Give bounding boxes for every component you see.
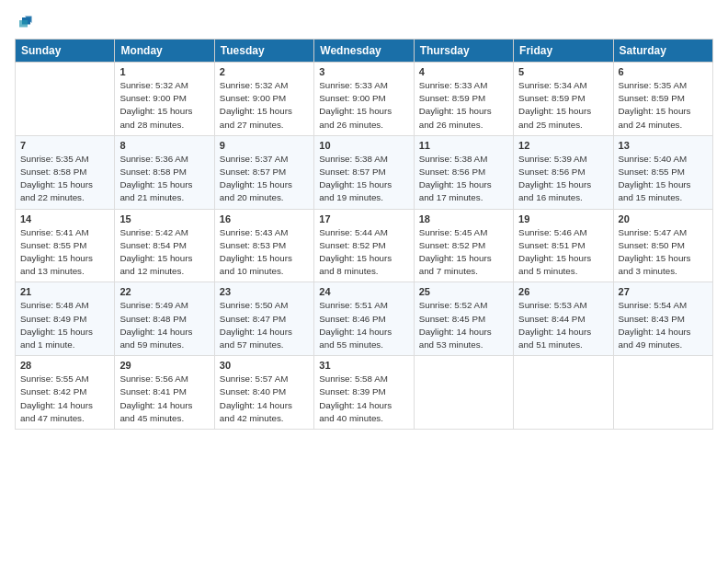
calendar-cell: 22Sunrise: 5:49 AM Sunset: 8:48 PM Dayli… bbox=[115, 282, 214, 356]
day-number: 8 bbox=[119, 140, 209, 151]
day-info: Sunrise: 5:52 AM Sunset: 8:45 PM Dayligh… bbox=[419, 299, 508, 351]
day-info: Sunrise: 5:53 AM Sunset: 8:44 PM Dayligh… bbox=[518, 299, 608, 351]
day-info: Sunrise: 5:48 AM Sunset: 8:49 PM Dayligh… bbox=[20, 299, 109, 351]
day-info: Sunrise: 5:38 AM Sunset: 8:56 PM Dayligh… bbox=[419, 153, 508, 205]
day-info: Sunrise: 5:36 AM Sunset: 8:58 PM Dayligh… bbox=[119, 153, 209, 205]
day-number: 9 bbox=[220, 140, 309, 151]
day-number: 19 bbox=[518, 213, 608, 224]
day-number: 10 bbox=[319, 140, 408, 151]
day-info: Sunrise: 5:54 AM Sunset: 8:43 PM Dayligh… bbox=[619, 299, 708, 351]
day-info: Sunrise: 5:46 AM Sunset: 8:51 PM Dayligh… bbox=[518, 226, 608, 279]
calendar-cell: 18Sunrise: 5:45 AM Sunset: 8:52 PM Dayli… bbox=[414, 209, 513, 282]
day-info: Sunrise: 5:39 AM Sunset: 8:56 PM Dayligh… bbox=[518, 153, 608, 205]
day-number: 11 bbox=[419, 140, 508, 151]
day-info: Sunrise: 5:50 AM Sunset: 8:47 PM Dayligh… bbox=[220, 299, 309, 351]
day-number: 3 bbox=[319, 66, 408, 77]
calendar-cell: 14Sunrise: 5:41 AM Sunset: 8:55 PM Dayli… bbox=[16, 209, 115, 282]
calendar-cell bbox=[16, 63, 115, 136]
calendar-header-wednesday: Wednesday bbox=[314, 40, 414, 63]
calendar-cell: 1Sunrise: 5:32 AM Sunset: 9:00 PM Daylig… bbox=[115, 63, 214, 136]
day-info: Sunrise: 5:32 AM Sunset: 9:00 PM Dayligh… bbox=[220, 79, 309, 132]
day-number: 12 bbox=[518, 140, 608, 151]
calendar-cell: 27Sunrise: 5:54 AM Sunset: 8:43 PM Dayli… bbox=[613, 282, 712, 356]
day-number: 20 bbox=[619, 213, 708, 224]
day-info: Sunrise: 5:51 AM Sunset: 8:46 PM Dayligh… bbox=[319, 299, 408, 351]
day-info: Sunrise: 5:55 AM Sunset: 8:42 PM Dayligh… bbox=[20, 373, 109, 425]
day-info: Sunrise: 5:37 AM Sunset: 8:57 PM Dayligh… bbox=[220, 153, 309, 205]
day-info: Sunrise: 5:33 AM Sunset: 8:59 PM Dayligh… bbox=[419, 79, 508, 132]
day-number: 2 bbox=[220, 66, 309, 77]
calendar-header-thursday: Thursday bbox=[414, 40, 513, 63]
day-number: 27 bbox=[619, 286, 708, 297]
day-info: Sunrise: 5:42 AM Sunset: 8:54 PM Dayligh… bbox=[119, 226, 209, 279]
day-number: 15 bbox=[119, 213, 209, 224]
day-number: 29 bbox=[119, 360, 209, 371]
day-number: 18 bbox=[419, 213, 508, 224]
calendar-cell: 8Sunrise: 5:36 AM Sunset: 8:58 PM Daylig… bbox=[115, 135, 214, 209]
calendar-header-tuesday: Tuesday bbox=[214, 40, 313, 63]
calendar-cell: 30Sunrise: 5:57 AM Sunset: 8:40 PM Dayli… bbox=[214, 356, 313, 430]
day-number: 1 bbox=[119, 66, 209, 77]
calendar-cell: 5Sunrise: 5:34 AM Sunset: 8:59 PM Daylig… bbox=[514, 63, 613, 136]
day-info: Sunrise: 5:41 AM Sunset: 8:55 PM Dayligh… bbox=[20, 226, 109, 279]
calendar-cell: 9Sunrise: 5:37 AM Sunset: 8:57 PM Daylig… bbox=[214, 135, 313, 209]
day-number: 5 bbox=[518, 66, 608, 77]
calendar-cell: 6Sunrise: 5:35 AM Sunset: 8:59 PM Daylig… bbox=[613, 63, 712, 136]
day-number: 13 bbox=[619, 140, 708, 151]
day-info: Sunrise: 5:49 AM Sunset: 8:48 PM Dayligh… bbox=[119, 299, 209, 351]
day-info: Sunrise: 5:56 AM Sunset: 8:41 PM Dayligh… bbox=[119, 373, 209, 425]
calendar-cell: 26Sunrise: 5:53 AM Sunset: 8:44 PM Dayli… bbox=[514, 282, 613, 356]
calendar-cell: 13Sunrise: 5:40 AM Sunset: 8:55 PM Dayli… bbox=[613, 135, 712, 209]
calendar-week-row: 28Sunrise: 5:55 AM Sunset: 8:42 PM Dayli… bbox=[16, 356, 713, 430]
day-number: 22 bbox=[119, 286, 209, 297]
day-info: Sunrise: 5:35 AM Sunset: 8:59 PM Dayligh… bbox=[619, 79, 708, 132]
day-info: Sunrise: 5:32 AM Sunset: 9:00 PM Dayligh… bbox=[119, 79, 209, 132]
day-number: 17 bbox=[319, 213, 408, 224]
logo-icon bbox=[17, 15, 33, 31]
day-info: Sunrise: 5:34 AM Sunset: 8:59 PM Dayligh… bbox=[518, 79, 608, 132]
calendar-header-saturday: Saturday bbox=[613, 40, 712, 63]
calendar-cell: 7Sunrise: 5:35 AM Sunset: 8:58 PM Daylig… bbox=[16, 135, 115, 209]
calendar-cell: 12Sunrise: 5:39 AM Sunset: 8:56 PM Dayli… bbox=[514, 135, 613, 209]
day-info: Sunrise: 5:35 AM Sunset: 8:58 PM Dayligh… bbox=[20, 153, 109, 205]
calendar-cell: 24Sunrise: 5:51 AM Sunset: 8:46 PM Dayli… bbox=[314, 282, 414, 356]
calendar-cell: 29Sunrise: 5:56 AM Sunset: 8:41 PM Dayli… bbox=[115, 356, 214, 430]
day-number: 26 bbox=[518, 286, 608, 297]
calendar-header-sunday: Sunday bbox=[16, 40, 115, 63]
page-header bbox=[15, 15, 713, 31]
calendar-cell bbox=[414, 356, 513, 430]
day-number: 14 bbox=[20, 213, 109, 224]
calendar-week-row: 14Sunrise: 5:41 AM Sunset: 8:55 PM Dayli… bbox=[16, 209, 713, 282]
calendar-cell: 28Sunrise: 5:55 AM Sunset: 8:42 PM Dayli… bbox=[16, 356, 115, 430]
day-info: Sunrise: 5:45 AM Sunset: 8:52 PM Dayligh… bbox=[419, 226, 508, 279]
calendar-week-row: 7Sunrise: 5:35 AM Sunset: 8:58 PM Daylig… bbox=[16, 135, 713, 209]
day-number: 7 bbox=[20, 140, 109, 151]
day-info: Sunrise: 5:33 AM Sunset: 9:00 PM Dayligh… bbox=[319, 79, 408, 132]
calendar-header-friday: Friday bbox=[514, 40, 613, 63]
day-info: Sunrise: 5:57 AM Sunset: 8:40 PM Dayligh… bbox=[220, 373, 309, 425]
day-number: 16 bbox=[220, 213, 309, 224]
day-info: Sunrise: 5:44 AM Sunset: 8:52 PM Dayligh… bbox=[319, 226, 408, 279]
day-number: 24 bbox=[319, 286, 408, 297]
calendar-cell: 20Sunrise: 5:47 AM Sunset: 8:50 PM Dayli… bbox=[613, 209, 712, 282]
calendar-cell: 11Sunrise: 5:38 AM Sunset: 8:56 PM Dayli… bbox=[414, 135, 513, 209]
calendar-header-row: SundayMondayTuesdayWednesdayThursdayFrid… bbox=[16, 40, 713, 63]
calendar-cell: 17Sunrise: 5:44 AM Sunset: 8:52 PM Dayli… bbox=[314, 209, 414, 282]
calendar-cell: 10Sunrise: 5:38 AM Sunset: 8:57 PM Dayli… bbox=[314, 135, 414, 209]
calendar-cell: 2Sunrise: 5:32 AM Sunset: 9:00 PM Daylig… bbox=[214, 63, 313, 136]
calendar-cell: 21Sunrise: 5:48 AM Sunset: 8:49 PM Dayli… bbox=[16, 282, 115, 356]
calendar-cell: 19Sunrise: 5:46 AM Sunset: 8:51 PM Dayli… bbox=[514, 209, 613, 282]
day-number: 6 bbox=[619, 66, 708, 77]
day-number: 4 bbox=[419, 66, 508, 77]
day-info: Sunrise: 5:43 AM Sunset: 8:53 PM Dayligh… bbox=[220, 226, 309, 279]
calendar-week-row: 1Sunrise: 5:32 AM Sunset: 9:00 PM Daylig… bbox=[16, 63, 713, 136]
calendar-cell: 23Sunrise: 5:50 AM Sunset: 8:47 PM Dayli… bbox=[214, 282, 313, 356]
day-info: Sunrise: 5:38 AM Sunset: 8:57 PM Dayligh… bbox=[319, 153, 408, 205]
calendar-cell: 15Sunrise: 5:42 AM Sunset: 8:54 PM Dayli… bbox=[115, 209, 214, 282]
calendar-cell bbox=[514, 356, 613, 430]
svg-marker-1 bbox=[19, 20, 28, 28]
day-number: 23 bbox=[220, 286, 309, 297]
day-number: 21 bbox=[20, 286, 109, 297]
calendar-cell: 31Sunrise: 5:58 AM Sunset: 8:39 PM Dayli… bbox=[314, 356, 414, 430]
calendar-cell: 3Sunrise: 5:33 AM Sunset: 9:00 PM Daylig… bbox=[314, 63, 414, 136]
